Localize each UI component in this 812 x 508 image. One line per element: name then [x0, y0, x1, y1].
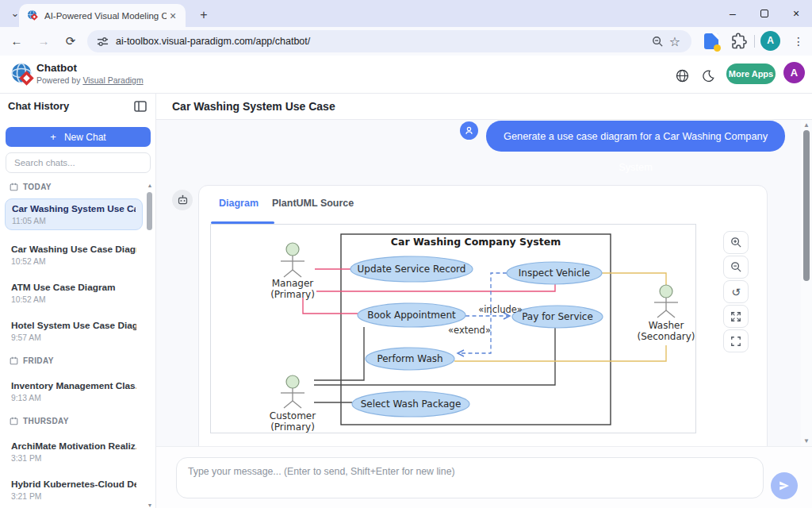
- extensions-puzzle-icon[interactable]: [730, 32, 749, 51]
- actor-customer[interactable]: Customer (Primary): [270, 375, 316, 433]
- back-icon[interactable]: ←: [6, 31, 27, 52]
- sidebar-scroll-thumb[interactable]: [147, 192, 152, 230]
- toolbar-separator: [754, 35, 755, 48]
- new-tab-button[interactable]: +: [195, 6, 213, 24]
- edge-perform-washer: [454, 345, 666, 361]
- scroll-down-icon[interactable]: ▼: [146, 502, 154, 508]
- edge-manager-inspect: [316, 284, 555, 291]
- section-friday: FRIDAY: [10, 356, 54, 365]
- url-text[interactable]: ai-toolbox.visual-paradigm.com/app/chatb…: [116, 36, 649, 47]
- main-scrollbar[interactable]: ▲ ▼: [801, 120, 812, 446]
- scroll-down-icon[interactable]: ▼: [801, 437, 812, 444]
- window-maximize-button[interactable]: [749, 0, 780, 27]
- browser-tab[interactable]: AI-Powered Visual Modeling Ch ×: [19, 4, 186, 27]
- reset-view-button[interactable]: ↺: [723, 280, 749, 303]
- site-settings-tune-icon[interactable]: [97, 36, 109, 48]
- browser-menu-kebab-icon[interactable]: ⋮: [791, 32, 806, 51]
- main-scroll-thumb[interactable]: [803, 130, 810, 281]
- forward-icon[interactable]: →: [33, 31, 54, 52]
- window-close-button[interactable]: ×: [780, 0, 812, 27]
- tab-title: AI-Powered Visual Modeling Ch: [44, 11, 167, 21]
- chat-item[interactable]: ATM Use Case Diagram 10:52 AM: [5, 278, 143, 308]
- language-globe-icon[interactable]: [673, 67, 691, 84]
- app-title: Chatbot: [36, 62, 77, 74]
- browser-tab-strip: ⌄ AI-Powered Visual Modeling Ch × + – ×: [0, 0, 812, 27]
- browser-profile-avatar[interactable]: A: [760, 31, 780, 51]
- page-title: Car Washing System Use Case: [172, 100, 335, 113]
- usecase-label: Book Appointment: [367, 310, 456, 321]
- scroll-up-icon[interactable]: ▲: [801, 121, 812, 129]
- app-header: Chatbot Powered by Visual Paradigm More …: [0, 56, 812, 94]
- svg-text:Washer: Washer: [649, 320, 684, 331]
- favicon-visual-paradigm: [27, 10, 39, 21]
- zoom-in-button[interactable]: [723, 231, 749, 254]
- plus-icon: +: [50, 131, 56, 143]
- tab-plantuml-source[interactable]: PlantUML Source: [272, 198, 354, 209]
- user-avatar[interactable]: A: [783, 62, 805, 83]
- svg-text:Manager: Manager: [272, 278, 314, 289]
- usecase-label: Perform Wash: [377, 353, 442, 364]
- user-message-bubble: Generate a use case diagram for a Car Wa…: [486, 121, 785, 152]
- scroll-up-icon[interactable]: ▲: [146, 183, 154, 188]
- extension-docs-icon[interactable]: [704, 33, 718, 49]
- tab-diagram[interactable]: Diagram: [219, 198, 259, 209]
- calendar-icon: [10, 356, 18, 365]
- diagram-viewport[interactable]: Car Washing Company System: [210, 224, 696, 433]
- dark-mode-moon-icon[interactable]: [699, 67, 717, 84]
- send-button[interactable]: [771, 472, 798, 499]
- send-plane-icon: [778, 479, 791, 492]
- usecase-label: Inspect Vehicle: [519, 267, 590, 279]
- svg-text:Customer: Customer: [270, 410, 316, 421]
- calendar-icon: [10, 417, 18, 425]
- sidebar-scrollbar[interactable]: ▲ ▼: [146, 183, 154, 508]
- powered-by: Powered by Visual Paradigm: [36, 75, 144, 85]
- robot-icon: [177, 194, 189, 206]
- main-header: Car Washing System Use Case: [156, 94, 812, 120]
- zoom-page-icon[interactable]: [649, 33, 666, 50]
- reload-icon[interactable]: ⟳: [60, 31, 81, 52]
- usecase-label: Update Service Record: [358, 264, 466, 275]
- maximize-icon: [760, 10, 768, 17]
- search-chats-input[interactable]: [6, 152, 151, 173]
- edge-inspect-washer: [602, 273, 666, 285]
- extend-label: «extend»: [448, 325, 491, 336]
- chat-item[interactable]: Hotel System Use Case Diagr... 9:57 AM: [5, 316, 143, 346]
- fit-to-screen-button[interactable]: [723, 305, 749, 328]
- chat-history-sidebar: Chat History +New Chat TODAY Car Washing…: [0, 94, 156, 508]
- actor-manager[interactable]: Manager (Primary): [270, 243, 315, 300]
- diagram-card: Diagram PlantUML Source Car Washing Comp…: [198, 185, 768, 446]
- sidebar-title: Chat History: [8, 100, 69, 112]
- include-label: «include»: [478, 304, 523, 315]
- calendar-icon: [10, 183, 18, 191]
- usecase-label: Select Wash Package: [361, 398, 462, 410]
- application-window: ⌄ AI-Powered Visual Modeling Ch × + – × …: [0, 0, 812, 508]
- svg-text:(Primary): (Primary): [270, 289, 315, 300]
- use-case-diagram: Car Washing Company System: [211, 225, 696, 433]
- message-input[interactable]: [176, 457, 764, 498]
- tab-close-icon[interactable]: ×: [167, 10, 179, 22]
- browser-toolbar: ← → ⟳ ai-toolbox.visual-paradigm.com/app…: [0, 27, 812, 56]
- chat-item[interactable]: ArchiMate Motivation Realiz... 3:31 PM: [5, 437, 143, 467]
- zoom-out-button[interactable]: [723, 256, 749, 279]
- visual-paradigm-link[interactable]: Visual Paradigm: [82, 75, 143, 85]
- chat-item[interactable]: Car Washing Use Case Diagr... 10:52 AM: [5, 240, 143, 270]
- more-apps-button[interactable]: More Apps: [726, 64, 776, 84]
- new-chat-button[interactable]: +New Chat: [6, 127, 151, 147]
- address-bar[interactable]: ai-toolbox.visual-paradigm.com/app/chatb…: [87, 30, 691, 52]
- section-thursday: THURSDAY: [10, 417, 69, 425]
- edge-customer-book: [314, 327, 364, 380]
- bookmark-star-icon[interactable]: ☆: [666, 33, 684, 50]
- svg-text:(Primary): (Primary): [270, 421, 315, 433]
- bot-avatar: [172, 190, 193, 210]
- visual-paradigm-logo: [11, 63, 35, 87]
- system-title: Car Washing Company System: [391, 236, 561, 248]
- chat-item-selected[interactable]: Car Washing System Use Case 11:05 AM: [5, 198, 143, 230]
- section-today: TODAY: [10, 183, 52, 191]
- window-minimize-button[interactable]: –: [717, 0, 749, 27]
- chat-item[interactable]: Inventory Management Clas... 9:13 AM: [5, 376, 143, 406]
- collapse-sidebar-icon[interactable]: [133, 99, 147, 114]
- actor-washer[interactable]: Washer (Secondary): [638, 285, 695, 342]
- chat-area: Generate a use case diagram for a Car Wa…: [156, 120, 812, 446]
- fullscreen-button[interactable]: [723, 329, 749, 352]
- chat-item[interactable]: Hybrid Kubernetes-Cloud De... 3:21 PM: [5, 475, 143, 505]
